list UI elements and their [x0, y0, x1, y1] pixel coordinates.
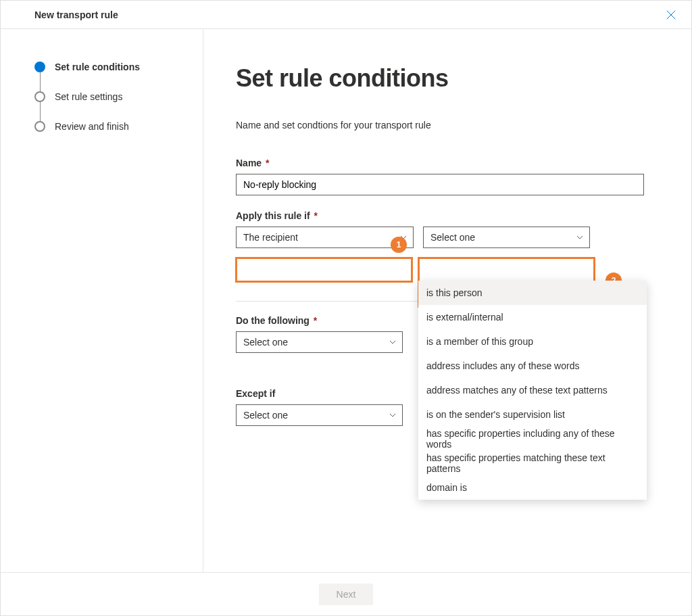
step-label: Set rule conditions — [55, 62, 140, 72]
required-asterisk: * — [312, 210, 318, 221]
wizard-sidebar: Set rule conditions Set rule settings Re… — [1, 29, 203, 572]
close-button[interactable] — [660, 4, 682, 26]
chevron-down-icon — [389, 338, 397, 346]
apply-rule-value-select[interactable]: Select one — [423, 227, 590, 248]
chevron-down-icon — [389, 411, 397, 419]
step-review-and-finish[interactable]: Review and finish — [34, 121, 182, 132]
name-label: Name * — [236, 158, 651, 168]
step-label: Set rule settings — [55, 91, 122, 102]
apply-rule-label: Apply this rule if * — [236, 210, 651, 221]
dropdown-option[interactable]: is on the sender's supervision list — [418, 402, 647, 427]
dropdown-option[interactable]: is external/internal — [418, 305, 647, 329]
page-subtitle: Name and set condtions for your transpor… — [236, 120, 651, 131]
dropdown-option[interactable]: domain is — [418, 475, 647, 500]
apply-rule-condition-select[interactable]: The recipient — [236, 227, 414, 248]
next-button[interactable]: Next — [319, 584, 373, 605]
select-value: Select one — [430, 232, 475, 243]
step-dot-icon — [34, 62, 45, 72]
step-set-rule-settings[interactable]: Set rule settings — [34, 91, 182, 102]
dialog-header: New transport rule — [1, 1, 691, 29]
dialog-footer: Next — [1, 572, 691, 615]
chevron-down-icon — [576, 233, 584, 241]
required-asterisk: * — [311, 315, 317, 326]
recipient-condition-dropdown: is this person is external/internal is a… — [418, 281, 647, 500]
close-icon — [666, 9, 676, 20]
step-set-rule-conditions[interactable]: Set rule conditions — [34, 62, 182, 72]
dropdown-option[interactable]: address matches any of these text patter… — [418, 378, 647, 402]
dialog-title: New transport rule — [34, 9, 118, 20]
select-value: Select one — [243, 410, 288, 421]
required-asterisk: * — [263, 158, 269, 168]
select-value: The recipient — [243, 232, 298, 243]
dropdown-option[interactable]: is this person — [418, 281, 647, 305]
chevron-down-icon — [399, 233, 407, 241]
name-input[interactable] — [236, 174, 644, 195]
do-following-select[interactable]: Select one — [236, 331, 403, 353]
step-dot-icon — [34, 121, 45, 132]
select-value: Select one — [243, 337, 288, 348]
except-if-select[interactable]: Select one — [236, 404, 403, 426]
step-dot-icon — [34, 91, 45, 102]
dropdown-option[interactable]: is a member of this group — [418, 329, 647, 354]
step-label: Review and finish — [55, 121, 129, 132]
dropdown-option[interactable]: has specific properties matching these t… — [418, 451, 647, 475]
page-heading: Set rule conditions — [236, 64, 651, 93]
dropdown-option[interactable]: address includes any of these words — [418, 354, 647, 378]
dropdown-option[interactable]: has specific properties including any of… — [418, 427, 647, 451]
